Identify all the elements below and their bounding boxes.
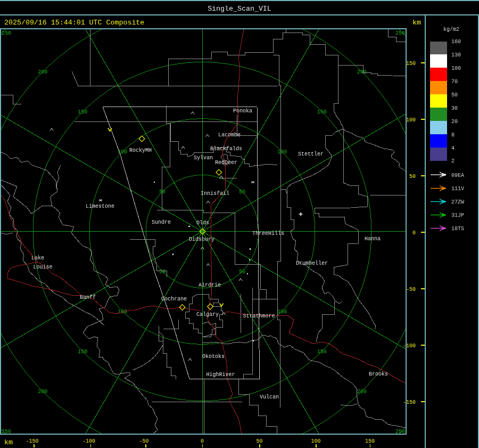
svg-text:Brooks: Brooks [369, 371, 388, 377]
svg-text:50: 50 [159, 189, 166, 195]
svg-text:20: 20 [451, 119, 458, 125]
svg-text:150: 150 [365, 438, 375, 444]
svg-text:100: 100 [118, 149, 127, 155]
svg-text:HighRiver: HighRiver [207, 372, 235, 378]
svg-text:ThreeHills: ThreeHills [252, 231, 284, 237]
svg-text:Lake: Lake [31, 255, 44, 261]
svg-text:Olds: Olds [196, 220, 209, 226]
svg-text:-150: -150 [403, 400, 416, 405]
svg-text:km: km [412, 19, 421, 27]
svg-text:70: 70 [451, 79, 458, 85]
svg-text:150: 150 [317, 349, 327, 355]
svg-text:4: 4 [451, 145, 455, 151]
svg-text:Cochrane: Cochrane [161, 296, 187, 302]
svg-text:27ZW: 27ZW [451, 199, 464, 205]
svg-text:200: 200 [38, 69, 47, 75]
svg-text:50: 50 [159, 269, 166, 275]
svg-text:Innisfail: Innisfail [201, 191, 229, 197]
svg-text:50: 50 [409, 174, 416, 180]
svg-text:Stettler: Stettler [298, 151, 324, 157]
svg-text:100: 100 [277, 149, 287, 155]
svg-text:200: 200 [357, 389, 367, 395]
svg-text:kg/m2: kg/m2 [443, 27, 459, 32]
svg-text:Drumheller: Drumheller [296, 260, 328, 266]
svg-text:250: 250 [395, 30, 405, 36]
svg-text:50: 50 [256, 438, 262, 444]
svg-text:2: 2 [451, 158, 455, 164]
svg-text:18TS: 18TS [451, 226, 464, 232]
svg-text:Strathmore: Strathmore [243, 313, 275, 319]
svg-text:150: 150 [78, 349, 87, 355]
svg-text:130: 130 [451, 52, 461, 58]
svg-text:Sundre: Sundre [152, 219, 171, 225]
svg-text:100: 100 [451, 66, 461, 71]
svg-text:2025/09/16 15:44:01 UTC Compos: 2025/09/16 15:44:01 UTC Composite [4, 19, 144, 27]
svg-text:31JP: 31JP [451, 213, 464, 218]
svg-text:150: 150 [406, 61, 416, 67]
svg-text:50: 50 [239, 269, 245, 275]
svg-text:50: 50 [239, 189, 245, 195]
svg-text:200: 200 [38, 389, 47, 395]
svg-text:-50: -50 [406, 287, 416, 292]
svg-text:-100: -100 [403, 343, 416, 349]
svg-text:Vulcan: Vulcan [260, 394, 279, 400]
svg-text:Lacombe: Lacombe [218, 132, 241, 138]
svg-text:Okotoks: Okotoks [202, 354, 225, 360]
svg-text:Single_Scan_VIL: Single_Scan_VIL [208, 5, 271, 13]
svg-text:Didsbury: Didsbury [189, 237, 214, 242]
svg-text:150: 150 [78, 109, 87, 115]
svg-text:km: km [4, 438, 13, 446]
svg-text:Louise: Louise [34, 264, 53, 270]
svg-text:-50: -50 [139, 438, 148, 444]
svg-text:100: 100 [277, 309, 287, 315]
svg-text:250: 250 [2, 30, 11, 36]
svg-text:09EA: 09EA [451, 173, 464, 178]
svg-text:Hanna: Hanna [365, 236, 381, 242]
svg-text:100: 100 [406, 117, 416, 123]
svg-text:-100: -100 [82, 438, 95, 444]
svg-text:Airdrie: Airdrie [199, 282, 221, 288]
svg-text:Calgary: Calgary [196, 312, 219, 317]
svg-text:30: 30 [451, 105, 458, 111]
svg-text:150: 150 [317, 109, 327, 115]
svg-text:-150: -150 [26, 438, 38, 444]
svg-text:8: 8 [451, 132, 455, 138]
svg-text:Banff: Banff [80, 295, 96, 300]
svg-text:50: 50 [451, 92, 458, 98]
svg-text:RockyMH: RockyMH [129, 148, 152, 153]
svg-text:Limestone: Limestone [86, 203, 114, 209]
svg-text:0: 0 [412, 230, 416, 236]
svg-text:Blackfalds: Blackfalds [210, 146, 242, 152]
svg-text:0: 0 [201, 438, 204, 444]
svg-text:RedDeer: RedDeer [215, 160, 237, 166]
svg-text:111V: 111V [451, 186, 464, 192]
svg-text:Ponoka: Ponoka [233, 108, 252, 114]
svg-text:Sylvan: Sylvan [194, 155, 213, 161]
svg-text:100: 100 [311, 438, 320, 444]
svg-text:160: 160 [451, 39, 461, 45]
